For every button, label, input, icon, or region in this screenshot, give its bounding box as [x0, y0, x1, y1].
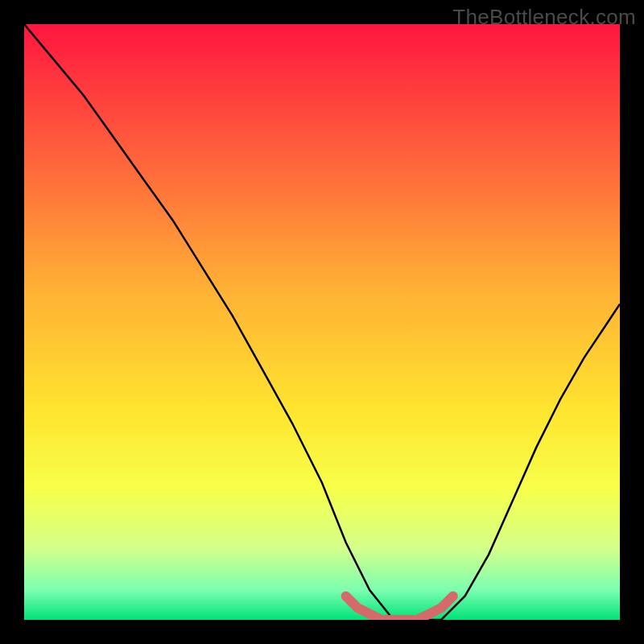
watermark: TheBottleneck.com: [452, 5, 636, 30]
bottleneck-chart: [0, 0, 644, 644]
plot-background: [24, 24, 620, 620]
